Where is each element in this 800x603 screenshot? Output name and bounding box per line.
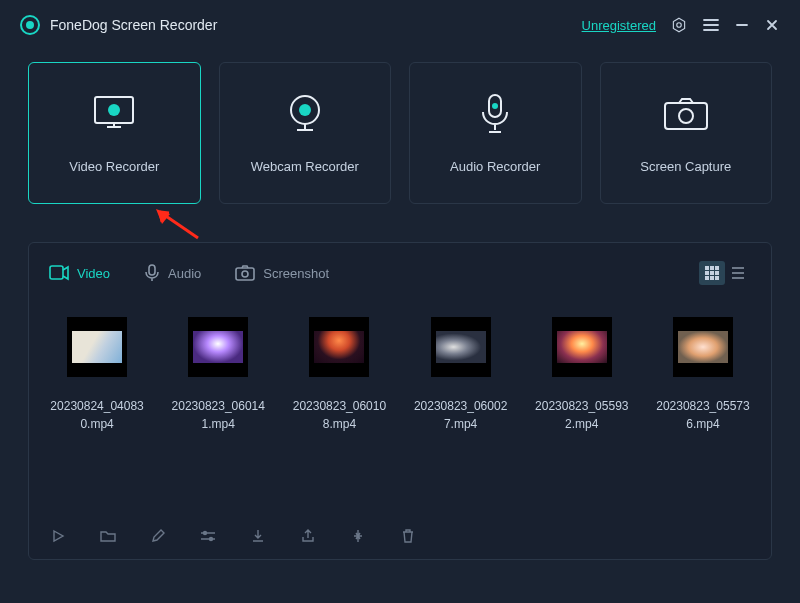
thumbnail-frame: [673, 317, 733, 377]
audio-recorder-icon: [477, 93, 513, 135]
tab-label: Video: [77, 266, 110, 281]
cut-icon[interactable]: [349, 527, 367, 545]
webcam-recorder-icon: [283, 93, 327, 135]
svg-rect-22: [710, 276, 714, 280]
bottom-toolbar: [49, 516, 751, 545]
svg-rect-11: [50, 266, 63, 279]
file-name: 20230823_055736.mp4: [655, 397, 751, 433]
grid-view-icon: [704, 265, 720, 281]
svg-point-5: [299, 104, 311, 116]
svg-rect-15: [705, 266, 709, 270]
edit-icon[interactable]: [149, 527, 167, 545]
mode-label: Screen Capture: [640, 159, 731, 174]
settings-gear-icon[interactable]: [670, 16, 688, 34]
menu-icon[interactable]: [702, 16, 720, 34]
svg-point-25: [210, 538, 213, 541]
download-icon[interactable]: [249, 527, 267, 545]
file-item[interactable]: 20230823_060108.mp4: [291, 317, 387, 516]
annotation-arrow-icon: [152, 208, 202, 242]
screen-capture-icon: [661, 93, 711, 135]
video-recorder-icon: [85, 93, 143, 135]
share-icon[interactable]: [299, 527, 317, 545]
thumbnail-frame: [188, 317, 248, 377]
grid-view-button[interactable]: [699, 261, 725, 285]
titlebar: FoneDog Screen Recorder Unregistered: [0, 0, 800, 50]
svg-marker-10: [156, 209, 170, 224]
thumbnail-icon: [678, 331, 728, 363]
svg-rect-16: [710, 266, 714, 270]
thumbnail-frame: [67, 317, 127, 377]
svg-marker-0: [673, 18, 684, 32]
thumbnail-frame: [552, 317, 612, 377]
tab-audio[interactable]: Audio: [144, 264, 201, 282]
file-name: 20230823_060141.mp4: [170, 397, 266, 433]
svg-rect-20: [715, 271, 719, 275]
file-item[interactable]: 20230823_055932.mp4: [534, 317, 630, 516]
svg-point-1: [677, 23, 682, 28]
tab-label: Screenshot: [263, 266, 329, 281]
file-item[interactable]: 20230824_040830.mp4: [49, 317, 145, 516]
svg-point-24: [204, 532, 207, 535]
app-logo-icon: [20, 15, 40, 35]
svg-rect-12: [149, 265, 155, 275]
settings-sliders-icon[interactable]: [199, 527, 217, 545]
file-name: 20230823_055932.mp4: [534, 397, 630, 433]
file-name: 20230823_060108.mp4: [291, 397, 387, 433]
minimize-button[interactable]: [734, 17, 750, 33]
video-tab-icon: [49, 265, 69, 281]
titlebar-left: FoneDog Screen Recorder: [20, 15, 217, 35]
svg-point-14: [242, 271, 248, 277]
file-thumbnail-grid: 20230824_040830.mp4 20230823_060141.mp4 …: [49, 317, 751, 516]
thumbnail-icon: [72, 331, 122, 363]
svg-rect-21: [705, 276, 709, 280]
file-tabs: Video Audio Screenshot: [49, 261, 751, 285]
tab-label: Audio: [168, 266, 201, 281]
file-name: 20230823_060027.mp4: [413, 397, 509, 433]
tabs-left: Video Audio Screenshot: [49, 264, 329, 282]
mode-cards-row: Video Recorder Webcam Recorder Audio Rec…: [0, 50, 800, 204]
mode-card-audio-recorder[interactable]: Audio Recorder: [409, 62, 582, 204]
svg-point-3: [108, 104, 120, 116]
close-button[interactable]: [764, 17, 780, 33]
view-toggle: [699, 261, 751, 285]
list-view-icon: [730, 265, 746, 281]
svg-rect-17: [715, 266, 719, 270]
file-panel: Video Audio Screenshot: [28, 242, 772, 560]
mode-card-video-recorder[interactable]: Video Recorder: [28, 62, 201, 204]
thumbnail-icon: [557, 331, 607, 363]
screenshot-tab-icon: [235, 265, 255, 281]
svg-rect-13: [236, 268, 254, 280]
mode-card-screen-capture[interactable]: Screen Capture: [600, 62, 773, 204]
titlebar-right: Unregistered: [582, 16, 780, 34]
svg-rect-19: [710, 271, 714, 275]
list-view-button[interactable]: [725, 261, 751, 285]
audio-tab-icon: [144, 264, 160, 282]
unregistered-link[interactable]: Unregistered: [582, 18, 656, 33]
thumbnail-icon: [314, 331, 364, 363]
thumbnail-icon: [193, 331, 243, 363]
svg-rect-23: [715, 276, 719, 280]
tab-screenshot[interactable]: Screenshot: [235, 265, 329, 281]
thumbnail-frame: [431, 317, 491, 377]
svg-rect-18: [705, 271, 709, 275]
mode-label: Video Recorder: [69, 159, 159, 174]
mode-label: Audio Recorder: [450, 159, 540, 174]
mode-card-webcam-recorder[interactable]: Webcam Recorder: [219, 62, 392, 204]
folder-icon[interactable]: [99, 527, 117, 545]
play-icon[interactable]: [49, 527, 67, 545]
tab-video[interactable]: Video: [49, 265, 110, 281]
app-title: FoneDog Screen Recorder: [50, 17, 217, 33]
file-name: 20230824_040830.mp4: [49, 397, 145, 433]
file-item[interactable]: 20230823_055736.mp4: [655, 317, 751, 516]
file-item[interactable]: 20230823_060141.mp4: [170, 317, 266, 516]
thumbnail-icon: [436, 331, 486, 363]
svg-point-7: [492, 103, 498, 109]
file-item[interactable]: 20230823_060027.mp4: [413, 317, 509, 516]
svg-rect-8: [665, 103, 707, 129]
svg-point-9: [679, 109, 693, 123]
thumbnail-frame: [309, 317, 369, 377]
mode-label: Webcam Recorder: [251, 159, 359, 174]
trash-icon[interactable]: [399, 527, 417, 545]
